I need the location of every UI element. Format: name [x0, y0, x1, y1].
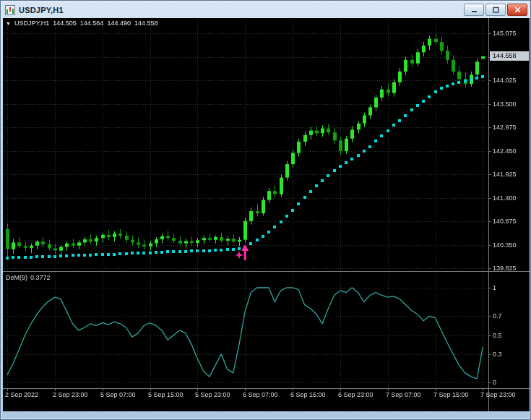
titlebar[interactable]: USDJPY,H1 — [1, 1, 530, 17]
price-axis-label: 140.350 — [493, 241, 517, 249]
indicator-axis-label: 0.5 — [493, 331, 502, 340]
low-value: 144.490 — [107, 20, 131, 27]
maximize-button[interactable] — [485, 4, 506, 16]
time-axis-label: 5 Sep 23:00 — [195, 391, 230, 398]
chart-client-area: ▼ USDJPY,H1 144.505 144.564 144.490 144.… — [3, 18, 530, 411]
indicator-axis-label: 0.3 — [493, 350, 502, 359]
window-controls — [462, 4, 527, 16]
time-axis[interactable]: 2 Sep 20222 Sep 23:005 Sep 07:005 Sep 15… — [3, 390, 530, 403]
close-value: 144.558 — [134, 20, 158, 27]
time-axis-label: 7 Sep 07:00 — [386, 391, 421, 398]
price-axis-label: 139.825 — [493, 264, 517, 273]
time-axis-label: 5 Sep 15:00 — [148, 391, 184, 398]
minimize-button[interactable] — [464, 4, 484, 16]
open-value: 144.505 — [53, 20, 77, 27]
price-axis-label: 141.925 — [493, 170, 517, 179]
price-axis[interactable]: 145.075144.025143.500142.975142.450141.9… — [489, 18, 530, 411]
time-axis-label: 2 Sep 2022 — [5, 391, 38, 398]
time-axis-label: 2 Sep 23:00 — [53, 391, 88, 398]
chart-window-icon — [5, 5, 15, 15]
indicator-label: DeM(9)0.3772 — [6, 274, 53, 281]
price-chart-canvas[interactable] — [3, 18, 530, 411]
close-button[interactable] — [507, 4, 527, 16]
time-axis-label: 7 Sep 23:00 — [480, 391, 516, 398]
indicator-name: DeM(9) — [6, 274, 27, 281]
price-axis-label: 141.400 — [493, 194, 517, 202]
time-axis-label: 6 Sep 15:00 — [290, 391, 326, 398]
high-value: 144.564 — [80, 20, 104, 27]
price-axis-label: 145.075 — [493, 29, 517, 38]
time-axis-label: 6 Sep 23:00 — [338, 391, 374, 398]
window-title: USDJPY,H1 — [19, 6, 64, 14]
symbol-period-label: USDJPY,H1 — [14, 20, 49, 27]
indicator-axis-label: 1 — [493, 283, 496, 292]
chart-window: USDJPY,H1 ▼ USDJPY,H1 144.505 144.564 14… — [0, 0, 531, 420]
price-axis-label: 144.025 — [493, 76, 517, 85]
price-axis-label: 142.450 — [493, 147, 517, 155]
price-axis-label: 142.975 — [493, 123, 517, 132]
indicator-value: 0.3772 — [30, 274, 51, 281]
time-axis-label: 7 Sep 15:00 — [433, 391, 469, 398]
time-axis-label: 6 Sep 07:00 — [243, 391, 278, 398]
price-axis-label: 143.500 — [493, 100, 517, 108]
indicator-axis-label: 0 — [493, 378, 496, 387]
price-axis-label: 140.875 — [493, 217, 517, 226]
bid-price-tag: 144.558 — [490, 51, 529, 61]
collapse-arrow-icon[interactable]: ▼ — [6, 21, 11, 26]
ohlc-readout: ▼ USDJPY,H1 144.505 144.564 144.490 144.… — [6, 20, 157, 27]
indicator-axis-label: 0.7 — [493, 312, 502, 320]
time-axis-label: 5 Sep 07:00 — [100, 391, 136, 398]
